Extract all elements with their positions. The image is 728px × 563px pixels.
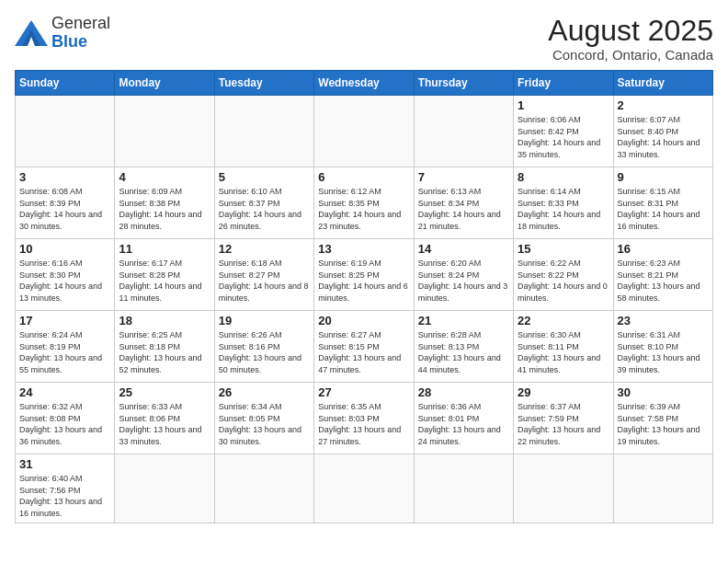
calendar-day-cell [613, 454, 712, 523]
day-sun-info: Sunrise: 6:36 AM Sunset: 8:01 PM Dayligh… [418, 401, 509, 447]
calendar-day-cell: 7Sunrise: 6:13 AM Sunset: 8:34 PM Daylig… [414, 167, 513, 239]
day-sun-info: Sunrise: 6:06 AM Sunset: 8:42 PM Dayligh… [518, 114, 609, 160]
day-number: 20 [318, 314, 409, 327]
day-number: 26 [219, 385, 310, 399]
calendar-day-cell: 12Sunrise: 6:18 AM Sunset: 8:27 PM Dayli… [214, 239, 313, 311]
day-sun-info: Sunrise: 6:07 AM Sunset: 8:40 PM Dayligh… [618, 114, 709, 160]
calendar-day-cell [214, 96, 313, 167]
day-number: 10 [19, 242, 110, 256]
day-sun-info: Sunrise: 6:15 AM Sunset: 8:31 PM Dayligh… [618, 186, 709, 232]
day-number: 5 [219, 170, 310, 184]
calendar-day-cell: 26Sunrise: 6:34 AM Sunset: 8:05 PM Dayli… [214, 383, 313, 454]
calendar-day-cell: 1Sunrise: 6:06 AM Sunset: 8:42 PM Daylig… [514, 96, 613, 167]
day-number: 21 [418, 314, 509, 327]
calendar-table: SundayMondayTuesdayWednesdayThursdayFrid… [15, 70, 713, 523]
weekday-header: Wednesday [314, 71, 414, 96]
day-number: 25 [119, 385, 210, 399]
day-number: 2 [618, 98, 709, 112]
day-number: 28 [418, 385, 509, 399]
day-sun-info: Sunrise: 6:25 AM Sunset: 8:18 PM Dayligh… [119, 329, 210, 375]
day-number: 27 [318, 385, 409, 399]
calendar-week-row: 10Sunrise: 6:16 AM Sunset: 8:30 PM Dayli… [16, 239, 713, 311]
month-year-title: August 2025 [548, 15, 713, 47]
day-sun-info: Sunrise: 6:28 AM Sunset: 8:13 PM Dayligh… [418, 329, 509, 375]
calendar-week-row: 24Sunrise: 6:32 AM Sunset: 8:08 PM Dayli… [16, 383, 713, 454]
weekday-header-row: SundayMondayTuesdayWednesdayThursdayFrid… [16, 71, 713, 96]
calendar-day-cell [514, 454, 613, 523]
calendar-day-cell: 2Sunrise: 6:07 AM Sunset: 8:40 PM Daylig… [613, 96, 712, 167]
calendar-day-cell: 6Sunrise: 6:12 AM Sunset: 8:35 PM Daylig… [314, 167, 414, 239]
day-sun-info: Sunrise: 6:17 AM Sunset: 8:28 PM Dayligh… [119, 258, 210, 304]
calendar-day-cell: 28Sunrise: 6:36 AM Sunset: 8:01 PM Dayli… [414, 383, 513, 454]
day-number: 1 [518, 98, 609, 112]
day-sun-info: Sunrise: 6:31 AM Sunset: 8:10 PM Dayligh… [618, 329, 709, 375]
day-number: 14 [418, 242, 509, 256]
day-sun-info: Sunrise: 6:40 AM Sunset: 7:56 PM Dayligh… [19, 473, 110, 519]
calendar-day-cell [16, 96, 115, 167]
day-number: 18 [119, 314, 210, 327]
day-number: 17 [19, 314, 110, 327]
calendar-day-cell: 18Sunrise: 6:25 AM Sunset: 8:18 PM Dayli… [115, 311, 214, 383]
calendar-week-row: 31Sunrise: 6:40 AM Sunset: 7:56 PM Dayli… [16, 454, 713, 523]
day-sun-info: Sunrise: 6:34 AM Sunset: 8:05 PM Dayligh… [219, 401, 310, 447]
weekday-header: Sunday [16, 71, 115, 96]
day-sun-info: Sunrise: 6:30 AM Sunset: 8:11 PM Dayligh… [518, 329, 609, 375]
day-number: 31 [19, 457, 110, 471]
day-sun-info: Sunrise: 6:23 AM Sunset: 8:21 PM Dayligh… [618, 258, 709, 304]
day-number: 4 [119, 170, 210, 184]
calendar-day-cell [414, 96, 513, 167]
logo-text: GeneralBlue [51, 15, 110, 52]
calendar-day-cell [115, 454, 214, 523]
day-number: 22 [518, 314, 609, 327]
day-sun-info: Sunrise: 6:27 AM Sunset: 8:15 PM Dayligh… [318, 329, 409, 375]
calendar-day-cell [214, 454, 313, 523]
day-sun-info: Sunrise: 6:35 AM Sunset: 8:03 PM Dayligh… [318, 401, 409, 447]
calendar-day-cell: 21Sunrise: 6:28 AM Sunset: 8:13 PM Dayli… [414, 311, 513, 383]
calendar-day-cell: 3Sunrise: 6:08 AM Sunset: 8:39 PM Daylig… [16, 167, 115, 239]
calendar-day-cell: 9Sunrise: 6:15 AM Sunset: 8:31 PM Daylig… [613, 167, 712, 239]
day-sun-info: Sunrise: 6:16 AM Sunset: 8:30 PM Dayligh… [19, 258, 110, 304]
day-number: 29 [518, 385, 609, 399]
calendar-day-cell: 27Sunrise: 6:35 AM Sunset: 8:03 PM Dayli… [314, 383, 414, 454]
calendar-day-cell: 23Sunrise: 6:31 AM Sunset: 8:10 PM Dayli… [613, 311, 712, 383]
day-sun-info: Sunrise: 6:32 AM Sunset: 8:08 PM Dayligh… [19, 401, 110, 447]
calendar-day-cell: 25Sunrise: 6:33 AM Sunset: 8:06 PM Dayli… [115, 383, 214, 454]
logo: GeneralBlue [15, 15, 110, 52]
day-number: 23 [618, 314, 709, 327]
day-number: 9 [618, 170, 709, 184]
calendar-week-row: 1Sunrise: 6:06 AM Sunset: 8:42 PM Daylig… [16, 96, 713, 167]
weekday-header: Friday [514, 71, 613, 96]
day-number: 8 [518, 170, 609, 184]
page-header: GeneralBlue August 2025 Concord, Ontario… [15, 15, 713, 63]
calendar-day-cell: 14Sunrise: 6:20 AM Sunset: 8:24 PM Dayli… [414, 239, 513, 311]
calendar-day-cell: 11Sunrise: 6:17 AM Sunset: 8:28 PM Dayli… [115, 239, 214, 311]
calendar-day-cell [414, 454, 513, 523]
calendar-day-cell: 31Sunrise: 6:40 AM Sunset: 7:56 PM Dayli… [16, 454, 115, 523]
calendar-day-cell [314, 454, 414, 523]
day-number: 24 [19, 385, 110, 399]
calendar-day-cell: 13Sunrise: 6:19 AM Sunset: 8:25 PM Dayli… [314, 239, 414, 311]
calendar-day-cell: 19Sunrise: 6:26 AM Sunset: 8:16 PM Dayli… [214, 311, 313, 383]
day-sun-info: Sunrise: 6:12 AM Sunset: 8:35 PM Dayligh… [318, 186, 409, 232]
calendar-week-row: 3Sunrise: 6:08 AM Sunset: 8:39 PM Daylig… [16, 167, 713, 239]
calendar-day-cell: 20Sunrise: 6:27 AM Sunset: 8:15 PM Dayli… [314, 311, 414, 383]
day-sun-info: Sunrise: 6:08 AM Sunset: 8:39 PM Dayligh… [19, 186, 110, 232]
day-number: 30 [618, 385, 709, 399]
calendar-day-cell: 8Sunrise: 6:14 AM Sunset: 8:33 PM Daylig… [514, 167, 613, 239]
weekday-header: Tuesday [214, 71, 313, 96]
day-sun-info: Sunrise: 6:13 AM Sunset: 8:34 PM Dayligh… [418, 186, 509, 232]
calendar-week-row: 17Sunrise: 6:24 AM Sunset: 8:19 PM Dayli… [16, 311, 713, 383]
day-sun-info: Sunrise: 6:09 AM Sunset: 8:38 PM Dayligh… [119, 186, 210, 232]
day-number: 7 [418, 170, 509, 184]
calendar-day-cell: 17Sunrise: 6:24 AM Sunset: 8:19 PM Dayli… [16, 311, 115, 383]
day-sun-info: Sunrise: 6:14 AM Sunset: 8:33 PM Dayligh… [518, 186, 609, 232]
day-sun-info: Sunrise: 6:33 AM Sunset: 8:06 PM Dayligh… [119, 401, 210, 447]
day-sun-info: Sunrise: 6:26 AM Sunset: 8:16 PM Dayligh… [219, 329, 310, 375]
weekday-header: Saturday [613, 71, 712, 96]
day-sun-info: Sunrise: 6:22 AM Sunset: 8:22 PM Dayligh… [518, 258, 609, 304]
day-number: 15 [518, 242, 609, 256]
generalblue-logo-icon [15, 20, 48, 46]
calendar-day-cell: 5Sunrise: 6:10 AM Sunset: 8:37 PM Daylig… [214, 167, 313, 239]
calendar-day-cell: 24Sunrise: 6:32 AM Sunset: 8:08 PM Dayli… [16, 383, 115, 454]
calendar-day-cell: 22Sunrise: 6:30 AM Sunset: 8:11 PM Dayli… [514, 311, 613, 383]
